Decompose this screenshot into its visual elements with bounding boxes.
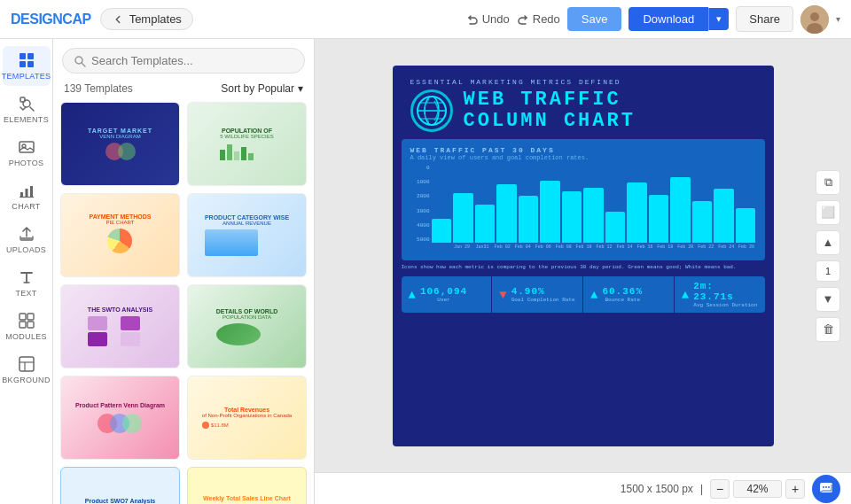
svg-rect-11 bbox=[20, 192, 23, 197]
svg-rect-16 bbox=[27, 314, 34, 320]
canvas-area: ESSENTIAL MARKETING METRICS DEFINED bbox=[315, 39, 851, 504]
svg-rect-17 bbox=[20, 322, 26, 328]
template-card[interactable]: THE SWTO ANALYSIS bbox=[60, 284, 180, 368]
metrics-strip: ▲106,094User▼4.90%Goal Completion Rate▲6… bbox=[402, 276, 765, 313]
xaxis-label: Feb 14 bbox=[615, 244, 634, 250]
xaxis-label: Feb 08 bbox=[554, 244, 573, 250]
template-preview: POPULATION OF 5 WILDLIFE SPECIES bbox=[188, 103, 306, 185]
chat-button[interactable] bbox=[812, 475, 840, 503]
templates-icon bbox=[18, 51, 35, 69]
bar-item bbox=[692, 165, 713, 243]
topbar: DESIGNCAP Templates Undo Redo Save Downl… bbox=[0, 0, 851, 39]
metric-label: Avg Session Duration bbox=[693, 302, 757, 308]
metric-label: Goal Completion Rate bbox=[511, 297, 575, 303]
sidebar: TEMPLATES ELEMENTS PHOTOS bbox=[0, 39, 53, 504]
zoom-out-button[interactable]: − bbox=[710, 479, 730, 499]
template-card[interactable]: Total Revenues of Non-Profit Organizatio… bbox=[187, 376, 307, 460]
redo-button[interactable]: Redo bbox=[517, 12, 560, 26]
sidebar-elements-label: ELEMENTS bbox=[4, 115, 49, 124]
duplicate-button[interactable]: ⬜ bbox=[816, 200, 840, 225]
bars-and-xaxis: Jan 29Jan31Feb 02Feb 04Feb 06Feb 08Feb 1… bbox=[432, 165, 756, 253]
download-dropdown-button[interactable]: ▾ bbox=[708, 8, 729, 30]
metric-value: 106,094 bbox=[420, 286, 467, 297]
arrow-down-button[interactable]: ▼ bbox=[816, 287, 840, 312]
bar-chart: 5000 4000 3000 2000 1000 0 Jan 29Jan31Fe… bbox=[410, 165, 756, 253]
breadcrumb-button[interactable]: Templates bbox=[100, 8, 193, 30]
undo-button[interactable]: Undo bbox=[466, 12, 510, 26]
infographic-title-line1: WEB TRAFFIC bbox=[464, 89, 636, 111]
template-card[interactable]: POPULATION OF 5 WILDLIFE SPECIES bbox=[187, 102, 307, 186]
svg-rect-5 bbox=[20, 61, 26, 67]
template-preview: Product SWO7 Analysis bbox=[61, 468, 179, 504]
metric-arrow: ▲ bbox=[409, 288, 416, 302]
page-number: 1 bbox=[816, 260, 840, 282]
metric-arrow: ▼ bbox=[499, 288, 506, 302]
svg-rect-9 bbox=[20, 142, 34, 152]
infographic-title-line2: COLUMN CHART bbox=[464, 111, 636, 132]
search-box bbox=[62, 48, 305, 74]
search-input[interactable] bbox=[91, 54, 293, 67]
svg-point-29 bbox=[825, 486, 827, 488]
metric-item: ▲106,094User bbox=[402, 276, 493, 313]
svg-rect-19 bbox=[20, 357, 34, 371]
sidebar-item-elements[interactable]: ELEMENTS bbox=[3, 89, 51, 129]
template-preview: PAYMENT METHODS PIE CHART bbox=[61, 194, 179, 276]
canvas-side-tools: ⧉ ⬜ ▲ 1 ▼ 🗑 bbox=[816, 170, 840, 342]
template-preview: PRODUCT CATEGORY WISE ANNUAL REVENUE bbox=[188, 194, 306, 276]
sidebar-modules-label: MODULES bbox=[5, 332, 47, 341]
svg-point-1 bbox=[810, 12, 819, 21]
sidebar-item-chart[interactable]: CHART bbox=[3, 176, 51, 216]
xaxis-label: Feb 24 bbox=[717, 244, 736, 250]
xaxis-label: Feb 20 bbox=[676, 244, 695, 250]
bar-item bbox=[453, 165, 473, 243]
sidebar-bkground-label: BKGROUND bbox=[2, 376, 50, 384]
avatar[interactable] bbox=[800, 5, 829, 34]
bar-item bbox=[496, 165, 517, 243]
infographic-canvas: ESSENTIAL MARKETING METRICS DEFINED bbox=[393, 66, 774, 446]
template-card[interactable]: Weekly Total Sales Line Chart bbox=[187, 467, 307, 504]
chart-title: WEB TRAFFIC PAST 30 DAYS bbox=[410, 146, 756, 154]
redo-icon bbox=[517, 13, 529, 26]
template-card[interactable]: TARGET MARKET VENN DIAGRAM bbox=[60, 102, 180, 186]
bar-item bbox=[627, 165, 647, 243]
sidebar-item-photos[interactable]: PHOTOS bbox=[3, 133, 51, 173]
sort-button[interactable]: Sort by Popular ▾ bbox=[221, 82, 303, 95]
template-card[interactable]: Product SWO7 Analysis bbox=[60, 467, 180, 504]
bars-container bbox=[432, 165, 756, 243]
templates-grid: TARGET MARKET VENN DIAGRAM POPULATION OF… bbox=[53, 102, 314, 504]
download-button[interactable]: Download bbox=[628, 7, 708, 31]
bar-item bbox=[714, 165, 734, 243]
save-button[interactable]: Save bbox=[567, 7, 622, 31]
sidebar-item-templates[interactable]: TEMPLATES bbox=[3, 46, 51, 86]
svg-rect-12 bbox=[25, 189, 27, 197]
arrow-up-button[interactable]: ▲ bbox=[816, 230, 840, 255]
bar-item bbox=[649, 165, 669, 243]
zoom-in-button[interactable]: + bbox=[785, 479, 805, 499]
templates-meta: 139 Templates Sort by Popular ▾ bbox=[53, 79, 314, 102]
bar-item bbox=[736, 165, 756, 243]
bar-item bbox=[605, 165, 626, 243]
sidebar-item-modules[interactable]: MODULES bbox=[3, 306, 51, 346]
delete-button[interactable]: 🗑 bbox=[816, 317, 840, 342]
sidebar-templates-label: TEMPLATES bbox=[2, 72, 51, 81]
copy-button[interactable]: ⧉ bbox=[816, 170, 840, 195]
globe-svg bbox=[415, 94, 449, 128]
zoom-controls: − 42% + bbox=[710, 479, 805, 499]
sidebar-chart-label: CHART bbox=[12, 202, 40, 211]
template-card[interactable]: DETAILS OF WORLD POPULATION DATA bbox=[187, 284, 307, 368]
sidebar-item-background[interactable]: BKGROUND bbox=[3, 350, 51, 390]
svg-rect-18 bbox=[27, 322, 34, 328]
avatar-chevron[interactable]: ▾ bbox=[836, 14, 840, 24]
sidebar-item-uploads[interactable]: UPLOADS bbox=[3, 220, 51, 260]
svg-rect-4 bbox=[27, 53, 34, 59]
canvas-scroll[interactable]: ESSENTIAL MARKETING METRICS DEFINED bbox=[315, 39, 851, 472]
template-card[interactable]: PAYMENT METHODS PIE CHART bbox=[60, 193, 180, 277]
share-button[interactable]: Share bbox=[736, 6, 793, 32]
template-card[interactable]: PRODUCT CATEGORY WISE ANNUAL REVENUE bbox=[187, 193, 307, 277]
xaxis-label: Feb 04 bbox=[513, 244, 532, 250]
sidebar-item-text[interactable]: TEXT bbox=[3, 263, 51, 303]
template-card[interactable]: Product Pattern Venn Diagram bbox=[60, 376, 180, 460]
xaxis-label: Feb 26 bbox=[738, 244, 756, 250]
modules-icon bbox=[18, 312, 35, 330]
bar-item bbox=[519, 165, 539, 243]
